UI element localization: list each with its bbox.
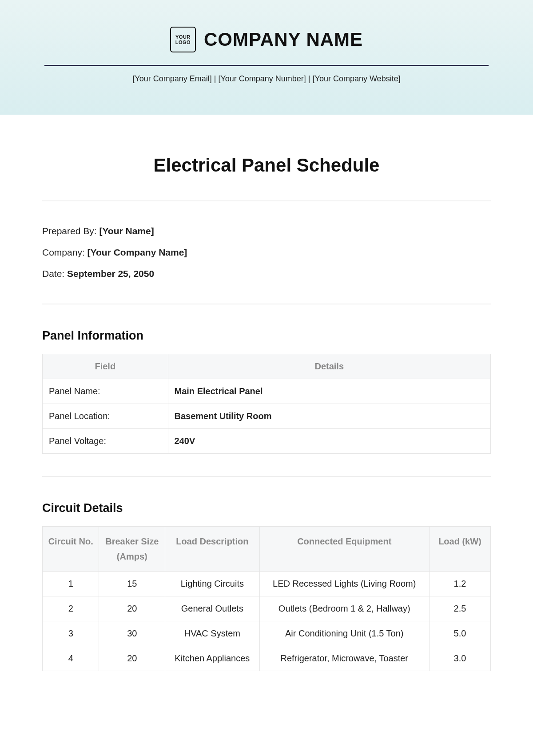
date-value: September 25, 2050 xyxy=(67,268,154,279)
cell-equip: Outlets (Bedroom 1 & 2, Hallway) xyxy=(259,596,429,621)
meta-block: Prepared By: [Your Name] Company: [Your … xyxy=(42,226,491,279)
cell-desc: Lighting Circuits xyxy=(165,572,259,596)
header-rule xyxy=(44,65,489,66)
table-row: 1 15 Lighting Circuits LED Recessed Ligh… xyxy=(43,572,491,596)
cell-no: 1 xyxy=(43,572,99,596)
cell-field: Panel Name: xyxy=(43,379,168,404)
logo-placeholder: YOUR LOGO xyxy=(170,27,196,52)
table-row: Panel Name: Main Electrical Panel xyxy=(43,379,491,404)
table-row: Panel Location: Basement Utility Room xyxy=(43,404,491,429)
cell-breaker: 20 xyxy=(99,596,165,621)
contact-line: [Your Company Email] | [Your Company Num… xyxy=(44,74,489,84)
brand-row: YOUR LOGO COMPANY NAME xyxy=(44,27,489,52)
cell-breaker: 15 xyxy=(99,572,165,596)
cell-load: 3.0 xyxy=(429,646,490,671)
cell-no: 3 xyxy=(43,621,99,646)
col-field: Field xyxy=(43,354,168,379)
cell-detail: Main Electrical Panel xyxy=(168,379,490,404)
cell-equip: LED Recessed Lights (Living Room) xyxy=(259,572,429,596)
circuit-details-heading: Circuit Details xyxy=(42,501,491,515)
company-name: COMPANY NAME xyxy=(204,29,363,50)
company-value: [Your Company Name] xyxy=(88,247,187,257)
separator xyxy=(42,200,491,201)
company-label: Company: xyxy=(42,247,88,257)
cell-desc: Kitchen Appliances xyxy=(165,646,259,671)
cell-field: Panel Location: xyxy=(43,404,168,429)
cell-field: Panel Voltage: xyxy=(43,429,168,454)
header-band: YOUR LOGO COMPANY NAME [Your Company Ema… xyxy=(0,0,533,115)
cell-no: 2 xyxy=(43,596,99,621)
table-row: 4 20 Kitchen Appliances Refrigerator, Mi… xyxy=(43,646,491,671)
cell-equip: Air Conditioning Unit (1.5 Ton) xyxy=(259,621,429,646)
cell-load: 1.2 xyxy=(429,572,490,596)
cell-detail: Basement Utility Room xyxy=(168,404,490,429)
table-row: 3 30 HVAC System Air Conditioning Unit (… xyxy=(43,621,491,646)
cell-no: 4 xyxy=(43,646,99,671)
col-connected-equipment: Connected Equipment xyxy=(259,527,429,572)
document-content: Electrical Panel Schedule Prepared By: [… xyxy=(0,115,533,671)
document-title: Electrical Panel Schedule xyxy=(42,155,491,176)
col-load-description: Load Description xyxy=(165,527,259,572)
cell-breaker: 20 xyxy=(99,646,165,671)
separator xyxy=(42,476,491,477)
panel-info-heading: Panel Information xyxy=(42,329,491,343)
company-line: Company: [Your Company Name] xyxy=(42,247,491,258)
col-load-kw: Load (kW) xyxy=(429,527,490,572)
cell-equip: Refrigerator, Microwave, Toaster xyxy=(259,646,429,671)
cell-breaker: 30 xyxy=(99,621,165,646)
table-header-row: Field Details xyxy=(43,354,491,379)
cell-load: 5.0 xyxy=(429,621,490,646)
circuit-details-table: Circuit No. Breaker Size (Amps) Load Des… xyxy=(42,526,491,671)
table-header-row: Circuit No. Breaker Size (Amps) Load Des… xyxy=(43,527,491,572)
col-details: Details xyxy=(168,354,490,379)
cell-detail: 240V xyxy=(168,429,490,454)
cell-desc: General Outlets xyxy=(165,596,259,621)
date-line: Date: September 25, 2050 xyxy=(42,268,491,279)
col-breaker-size: Breaker Size (Amps) xyxy=(99,527,165,572)
col-circuit-no: Circuit No. xyxy=(43,527,99,572)
table-row: 2 20 General Outlets Outlets (Bedroom 1 … xyxy=(43,596,491,621)
cell-load: 2.5 xyxy=(429,596,490,621)
prepared-by-label: Prepared By: xyxy=(42,226,99,236)
prepared-by-value: [Your Name] xyxy=(99,226,154,236)
cell-desc: HVAC System xyxy=(165,621,259,646)
panel-info-table: Field Details Panel Name: Main Electrica… xyxy=(42,354,491,454)
prepared-by-line: Prepared By: [Your Name] xyxy=(42,226,491,236)
separator xyxy=(42,304,491,304)
table-row: Panel Voltage: 240V xyxy=(43,429,491,454)
date-label: Date: xyxy=(42,268,67,279)
